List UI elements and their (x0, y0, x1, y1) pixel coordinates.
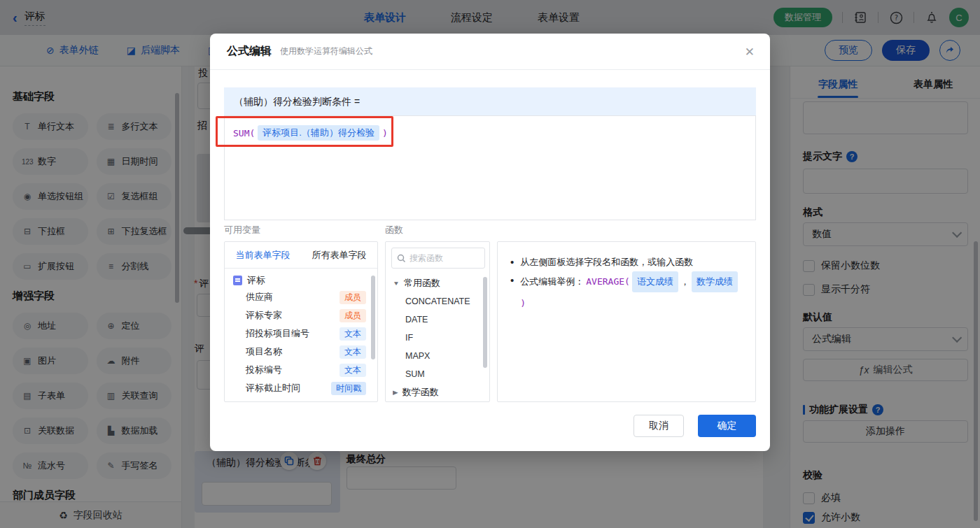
function-item-date[interactable]: DATE (386, 311, 489, 329)
variable-row[interactable]: 供应商成员 (225, 288, 377, 306)
function-search (391, 248, 485, 269)
formula-editor[interactable]: SUM( 评标项目.（辅助）得分检验 ) (224, 115, 756, 220)
function-item-sum[interactable]: SUM (386, 365, 489, 383)
modal-header: 公式编辑 使用数学运算符编辑公式 ✕ (210, 34, 770, 70)
variable-row[interactable]: 评标专家成员 (225, 306, 377, 324)
example-close-paren: ) (520, 294, 526, 313)
formula-function-open: SUM( (233, 128, 255, 138)
variables-root-node[interactable]: 评标 (225, 269, 377, 288)
formula-expression: SUM( 评标项目.（辅助）得分检验 ) (233, 125, 388, 141)
tab-current-form-fields[interactable]: 当前表单字段 (225, 249, 301, 262)
variable-row[interactable]: 评标截止时间时间戳 (225, 379, 377, 397)
variable-row[interactable]: 项目名称文本 (225, 343, 377, 361)
tip-line-1: • 从左侧面板选择字段名和函数，或输入函数 (510, 253, 743, 271)
function-tree: ▼常用函数 CONCATENATE DATE IF MAPX SUM ▶数学函数… (386, 274, 489, 402)
type-badge: 文本 (340, 345, 366, 359)
close-icon[interactable]: ✕ (745, 45, 755, 59)
type-badge: 时间戳 (331, 382, 366, 395)
tab-all-form-fields[interactable]: 所有表单字段 (301, 249, 377, 262)
tip-text: 从左侧面板选择字段名和函数，或输入函数 (520, 253, 693, 271)
functions-label: 函数 (385, 224, 403, 236)
variable-name: 招投标项目编号 (246, 327, 309, 340)
variable-name: 供应商 (246, 291, 273, 304)
example-field-chip: 数学成绩 (692, 271, 738, 292)
modal-footer: 取消 确定 (634, 415, 756, 437)
variable-name: 评标专家 (246, 309, 282, 322)
modal-title: 公式编辑 (227, 44, 272, 59)
screen: ‹ 评标 表单设计 流程设定 表单设置 数据管理 ? C ⊘ (0, 0, 980, 528)
function-item-if[interactable]: IF (386, 329, 489, 347)
formula-edit-modal: 公式编辑 使用数学运算符编辑公式 ✕ （辅助）得分检验判断条件 = SUM( 评… (210, 34, 770, 451)
formula-close-paren: ) (382, 128, 388, 138)
functions-scrollbar[interactable] (483, 277, 487, 368)
cancel-button[interactable]: 取消 (634, 415, 684, 437)
formula-field-chip[interactable]: 评标项目.（辅助）得分检验 (258, 125, 379, 141)
form-doc-icon (233, 276, 242, 285)
variable-name: 评标截止时间 (246, 382, 300, 394)
type-badge: 文本 (340, 327, 366, 341)
group-label: 常用函数 (404, 277, 440, 290)
functions-panel: ▼常用函数 CONCATENATE DATE IF MAPX SUM ▶数学函数… (385, 241, 490, 402)
group-math-functions[interactable]: ▶数学函数 (386, 383, 489, 401)
variable-row[interactable]: 招投标项目编号文本 (225, 324, 377, 343)
example-comma: ， (680, 273, 690, 291)
example-function-open: AVERAGE( (586, 273, 630, 291)
bullet: • (510, 271, 514, 290)
tip-text: 公式编辑举例： (520, 273, 584, 291)
root-node-label: 评标 (247, 274, 265, 287)
type-badge: 成员 (340, 291, 366, 304)
modal-subtitle: 使用数学运算符编辑公式 (280, 45, 372, 57)
tips-panel: • 从左侧面板选择字段名和函数，或输入函数 • 公式编辑举例： AVERAGE(… (497, 241, 756, 402)
chevron-right-icon: ▶ (393, 389, 398, 395)
variable-name: 项目名称 (246, 345, 282, 358)
variables-panel: 当前表单字段 所有表单字段 评标 供应商成员 评标专家成员 招投标项目编号文本 … (224, 241, 378, 402)
tip-line-2: • 公式编辑举例： AVERAGE( 语文成绩 ， 数学成绩 ) (510, 271, 743, 313)
variables-label: 可用变量 (224, 224, 260, 236)
type-badge: 成员 (340, 309, 366, 322)
formula-target-line: （辅助）得分检验判断条件 = (224, 87, 756, 115)
variables-scrollbar[interactable] (371, 276, 375, 359)
group-label: 数学函数 (402, 386, 439, 399)
group-common-functions[interactable]: ▼常用函数 (386, 274, 489, 292)
type-badge: 文本 (340, 364, 366, 377)
function-search-input[interactable] (410, 253, 472, 263)
search-icon (397, 254, 406, 263)
example-field-chip: 语文成绩 (632, 271, 678, 292)
variable-name: 投标编号 (246, 364, 282, 376)
function-item-concatenate[interactable]: CONCATENATE (386, 292, 489, 311)
variables-tabs: 当前表单字段 所有表单字段 (225, 242, 377, 269)
chevron-down-icon: ▼ (393, 280, 400, 286)
variable-row[interactable]: 投标编号文本 (225, 361, 377, 379)
bullet: • (510, 253, 514, 271)
group-text-functions[interactable]: ▶文本函数 (386, 401, 489, 402)
function-item-mapx[interactable]: MAPX (386, 347, 489, 365)
confirm-button[interactable]: 确定 (698, 415, 756, 437)
